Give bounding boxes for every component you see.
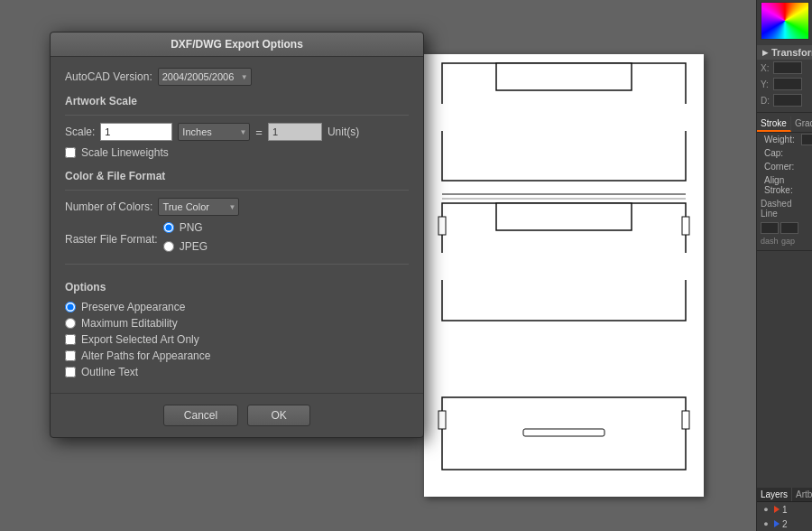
d-input[interactable] — [773, 94, 802, 107]
dash-gap-labels: dash gap — [757, 236, 812, 247]
max-editability-label[interactable]: Maximum Editability — [81, 317, 178, 330]
color-gradient-display[interactable] — [761, 2, 809, 40]
preserve-appearance-radio[interactable] — [65, 302, 76, 312]
dash-label: dash — [761, 237, 779, 246]
transform-label: Transform — [771, 47, 812, 58]
svg-rect-12 — [438, 217, 446, 235]
layers-panel: Layers Artb ● 1 ● 2 — [757, 488, 812, 531]
dashed-line-label: Dashed Line — [761, 199, 791, 219]
outline-text-label[interactable]: Outline Text — [81, 366, 138, 378]
artwork-scale-header: Artwork Scale — [65, 95, 409, 107]
layer-row-1: ● 1 — [757, 502, 812, 517]
max-editability-row: Maximum Editability — [65, 317, 409, 330]
corner-label: Corner: — [761, 161, 798, 172]
outline-text-checkbox[interactable] — [65, 367, 76, 377]
layer-color-indicator-2 — [774, 520, 780, 527]
corner-row: Corner: — [757, 160, 812, 173]
layer-color-indicator-1 — [774, 506, 780, 513]
y-label: Y: — [761, 79, 771, 89]
weight-label: Weight: — [761, 134, 798, 145]
x-label: X: — [761, 63, 771, 73]
weight-input[interactable] — [801, 134, 812, 145]
cap-row: Cap: — [757, 146, 812, 160]
scale-right-input[interactable] — [268, 123, 322, 141]
raster-jpeg-row: JPEG — [163, 240, 208, 253]
color-file-format-header: Color & File Format — [65, 170, 409, 182]
scale-row: Scale: Inches Centimeters Millimeters = … — [65, 123, 409, 141]
x-input[interactable] — [773, 61, 802, 74]
stroke-tab-area: Stroke Grad — [757, 116, 812, 133]
raster-png-radio[interactable] — [163, 222, 174, 233]
raster-jpeg-label[interactable]: JPEG — [180, 240, 208, 253]
svg-rect-5 — [496, 203, 632, 230]
autocad-version-select[interactable]: 2004/2005/2006 2000/2002 R14/LT98/LT97 — [158, 68, 252, 86]
transform-expand-icon[interactable]: ▶ — [762, 49, 768, 57]
dialog-title: DXF/DWG Export Options — [51, 33, 423, 57]
svg-rect-10 — [442, 397, 686, 470]
autocad-version-select-wrapper[interactable]: 2004/2005/2006 2000/2002 R14/LT98/LT97 — [158, 68, 252, 86]
ok-button[interactable]: OK — [247, 405, 310, 426]
right-panel: ▶ Transform X: Y: D: Stroke Grad Weight:… — [756, 0, 812, 531]
num-colors-label: Number of Colors: — [65, 200, 152, 213]
scale-lineweights-label[interactable]: Scale Lineweights — [81, 146, 169, 159]
autocad-version-row: AutoCAD Version: 2004/2005/2006 2000/200… — [65, 68, 409, 86]
align-stroke-label: Align Stroke: — [761, 174, 808, 196]
preserve-appearance-label[interactable]: Preserve Appearance — [81, 301, 185, 313]
y-input[interactable] — [773, 78, 802, 90]
scale-lineweights-checkbox[interactable] — [65, 147, 76, 158]
dashed-section: Dashed Line — [757, 197, 812, 220]
transform-x-row: X: — [757, 60, 812, 76]
svg-rect-14 — [438, 411, 446, 429]
gap-input[interactable] — [780, 222, 798, 234]
transform-d-row: D: — [757, 92, 812, 108]
layer-row-2: ● 2 — [757, 517, 812, 531]
layer-name-2: 2 — [782, 519, 788, 529]
transform-panel-title: ▶ Transform — [757, 45, 812, 60]
scale-unit-select[interactable]: Inches Centimeters Millimeters — [178, 123, 250, 141]
dialog-buttons: Cancel OK — [51, 393, 423, 437]
stroke-tab[interactable]: Stroke — [757, 116, 791, 132]
max-editability-radio[interactable] — [65, 318, 76, 329]
alter-paths-label[interactable]: Alter Paths for Appearance — [81, 349, 210, 362]
document-canvas — [424, 54, 704, 497]
align-stroke-row: Align Stroke: — [757, 173, 812, 197]
artboard-tab[interactable]: Artb — [792, 488, 812, 501]
grad-tab[interactable]: Grad — [791, 116, 812, 132]
transform-panel: ▶ Transform X: Y: D: — [757, 42, 812, 113]
raster-jpeg-radio[interactable] — [163, 241, 174, 252]
transform-y-row: Y: — [757, 76, 812, 92]
preserve-appearance-row: Preserve Appearance — [65, 301, 409, 313]
export-dialog: DXF/DWG Export Options AutoCAD Version: … — [50, 32, 424, 438]
raster-png-label[interactable]: PNG — [180, 221, 203, 234]
scale-input[interactable] — [100, 123, 172, 141]
options-header: Options — [65, 281, 409, 293]
scale-lineweights-row: Scale Lineweights — [65, 146, 409, 159]
export-selected-row: Export Selected Art Only — [65, 333, 409, 346]
outline-text-row: Outline Text — [65, 366, 409, 378]
autocad-version-label: AutoCAD Version: — [65, 70, 152, 83]
layers-tabs: Layers Artb — [757, 488, 812, 502]
export-selected-checkbox[interactable] — [65, 334, 76, 345]
dash-input[interactable] — [761, 222, 779, 234]
weight-row: Weight: — [757, 133, 812, 146]
options-section: Options Preserve Appearance Maximum Edit… — [65, 264, 409, 378]
num-colors-select-wrapper[interactable]: True Color 256 Colors — [158, 198, 239, 216]
d-label: D: — [761, 96, 771, 106]
stroke-panel: Stroke Grad Weight: Cap: Corner: Align S… — [757, 113, 812, 251]
layers-tab[interactable]: Layers — [757, 488, 792, 501]
alter-paths-row: Alter Paths for Appearance — [65, 349, 409, 362]
export-selected-label[interactable]: Export Selected Art Only — [81, 333, 199, 346]
num-colors-row: Number of Colors: True Color 256 Colors — [65, 198, 409, 216]
units-label: Unit(s) — [328, 126, 359, 138]
dash-fields — [757, 220, 812, 236]
svg-rect-1 — [496, 63, 632, 90]
scale-unit-select-wrapper[interactable]: Inches Centimeters Millimeters — [178, 123, 250, 141]
layer-eye-icon-2[interactable]: ● — [761, 518, 771, 529]
svg-rect-15 — [682, 411, 689, 429]
num-colors-select[interactable]: True Color 256 Colors — [158, 198, 239, 216]
cancel-button[interactable]: Cancel — [163, 405, 238, 426]
scale-label: Scale: — [65, 126, 95, 138]
dialog-body: AutoCAD Version: 2004/2005/2006 2000/200… — [51, 57, 423, 393]
layer-eye-icon-1[interactable]: ● — [761, 504, 771, 515]
alter-paths-checkbox[interactable] — [65, 350, 76, 361]
